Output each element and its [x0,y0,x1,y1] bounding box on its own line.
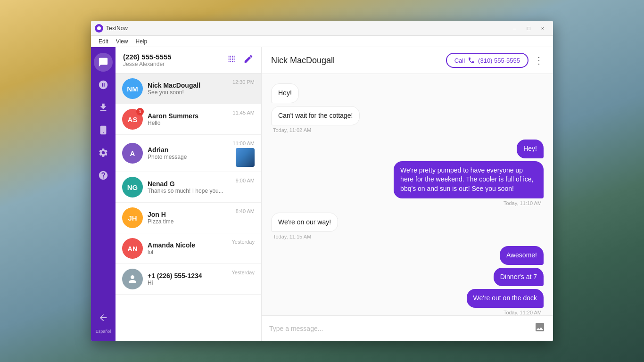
nav-help-icon[interactable] [94,166,113,185]
svg-point-0 [97,26,101,30]
minimize-button[interactable]: – [508,23,521,33]
conv-info-jon: Jon H Pizza time [148,211,231,225]
avatar-amanda: AN [122,238,143,259]
message-row-3: Hey! [271,140,544,158]
user-name: Jesse Alexander [123,61,227,67]
conversations-header: (226) 555-5555 Jesse Alexander [116,47,261,74]
conv-info-adrian: Adrian Photo message [148,146,228,160]
avatar-nick: NM [122,78,143,99]
conv-info-nick: Nick MacDougall See you soon! [148,82,228,96]
message-bubble-7: Dinner's at 7 [494,268,544,287]
message-time-2: Today, 11:02 AM [273,127,311,133]
contact-name-jon: Jon H [148,211,231,218]
message-row-2: Can't wait for the cottage! Today, 11:02… [271,106,544,137]
conv-time-aaron: 11:45 AM [233,110,255,115]
nav-back-icon[interactable] [94,308,113,327]
conv-time-jon: 8:40 AM [236,208,255,214]
call-button[interactable]: Call (310) 555-5555 [446,53,528,68]
conversation-item-adrian[interactable]: A Adrian Photo message 11:00 AM [116,135,261,172]
contact-name-adrian: Adrian [148,146,228,154]
window-controls: – □ × [508,23,549,33]
avatar-aaron: AS 1 [122,109,143,130]
message-row-4: We're pretty pumped to have everyone up … [271,161,544,210]
message-bubble-8: We're out on the dock [467,289,544,308]
message-row-7: Dinner's at 7 [271,268,544,287]
conversations-panel: (226) 555-5555 Jesse Alexander NM [116,47,262,341]
message-bubble-4: We're pretty pumped to have everyone up … [394,161,544,198]
message-time-8: Today, 11:20 AM [504,310,542,315]
conversation-item-jon[interactable]: JH Jon H Pizza time 8:40 AM [116,203,261,233]
media-button[interactable] [534,321,545,336]
avatar-unknown [122,269,143,289]
dialpad-button[interactable] [227,54,238,66]
conversation-list: NM Nick MacDougall See you soon! 12:30 P… [116,74,261,341]
chat-panel: Nick MacDougall Call (310) 555-5555 ⋮ He… [262,47,553,341]
conversation-item-aaron[interactable]: AS 1 Aaron Summers Hello 11:45 AM [116,104,261,135]
app-window: TextNow – □ × Edit View Help [91,21,553,341]
menu-bar: Edit View Help [91,36,553,47]
avatar-jon: JH [122,207,143,228]
menu-edit[interactable]: Edit [95,37,112,46]
message-time-5: Today, 11:15 AM [273,234,311,239]
user-phone: (226) 555-5555 [123,53,227,61]
header-actions [227,54,254,66]
conv-info-nenad: Nenad G Thanks so much! I hope you... [148,180,231,194]
contact-name-amanda: Amanda Nicole [148,241,227,249]
nav-phone-icon[interactable] [94,121,113,140]
conv-preview-nick: See you soon! [148,89,228,96]
user-info: (226) 555-5555 Jesse Alexander [123,53,227,67]
nav-language[interactable]: Español [96,329,111,334]
nav-speed-icon[interactable] [94,75,113,94]
maximize-button[interactable]: □ [522,23,535,33]
conversation-item-unknown[interactable]: +1 (226) 555-1234 Hi Yesterday [116,264,261,295]
nav-settings-icon[interactable] [94,143,113,162]
contact-name-unknown: +1 (226) 555-1234 [148,272,227,280]
avatar-adrian: A [122,143,143,164]
photo-thumbnail-adrian [236,148,255,167]
avatar-nenad: NG [122,177,143,197]
call-label: Call [454,57,465,64]
conversation-item-nick[interactable]: NM Nick MacDougall See you soon! 12:30 P… [116,74,261,104]
nav-sidebar: Español [91,47,116,341]
window-title: TextNow [106,25,508,32]
main-layout: Español (226) 555-5555 Jesse Alexander [91,47,553,341]
chat-input-area [262,315,553,341]
conv-preview-nenad: Thanks so much! I hope you... [148,188,231,194]
message-bubble-2: Can't wait for the cottage! [271,106,360,126]
more-options-button[interactable]: ⋮ [534,55,544,66]
message-row-1: Hey! [271,83,544,103]
menu-help[interactable]: Help [132,37,151,46]
conv-time-unknown: Yesterday [231,270,255,275]
conv-preview-jon: Pizza time [148,218,231,225]
app-icon [95,24,103,33]
message-time-4: Today, 11:10 AM [504,200,542,206]
conv-time-amanda: Yesterday [231,239,255,245]
chat-messages: Hey! Can't wait for the cottage! Today, … [262,74,553,315]
conv-time-adrian: 11:00 AM [233,140,255,146]
call-number: (310) 555-5555 [478,57,520,64]
title-bar: TextNow – □ × [91,21,553,36]
close-button[interactable]: × [536,23,549,33]
conv-time-nenad: 9:00 AM [236,178,255,183]
message-row-6: Awesome! [271,246,544,265]
conversation-item-nenad[interactable]: NG Nenad G Thanks so much! I hope you...… [116,172,261,203]
conv-preview-unknown: Hi [148,280,227,286]
contact-name-aaron: Aaron Summers [148,112,228,120]
conv-info-aaron: Aaron Summers Hello [148,112,228,126]
contact-name-nick: Nick MacDougall [148,82,228,89]
conv-preview-amanda: lol [148,249,227,255]
message-input[interactable] [269,325,530,332]
unread-badge-aaron: 1 [136,108,144,115]
message-row-8: We're out on the dock Today, 11:20 AM [271,289,544,315]
message-bubble-5: We're on our way! [271,213,338,232]
nav-messages-icon[interactable] [94,53,113,72]
message-bubble-6: Awesome! [500,246,544,265]
chat-header: Nick MacDougall Call (310) 555-5555 ⋮ [262,47,553,74]
nav-download-icon[interactable] [94,98,113,117]
message-bubble-3: Hey! [517,140,544,158]
conv-preview-aaron: Hello [148,120,228,126]
conversation-item-amanda[interactable]: AN Amanda Nicole lol Yesterday [116,233,261,264]
conv-info-amanda: Amanda Nicole lol [148,241,227,255]
menu-view[interactable]: View [112,37,132,46]
compose-button[interactable] [243,54,254,66]
